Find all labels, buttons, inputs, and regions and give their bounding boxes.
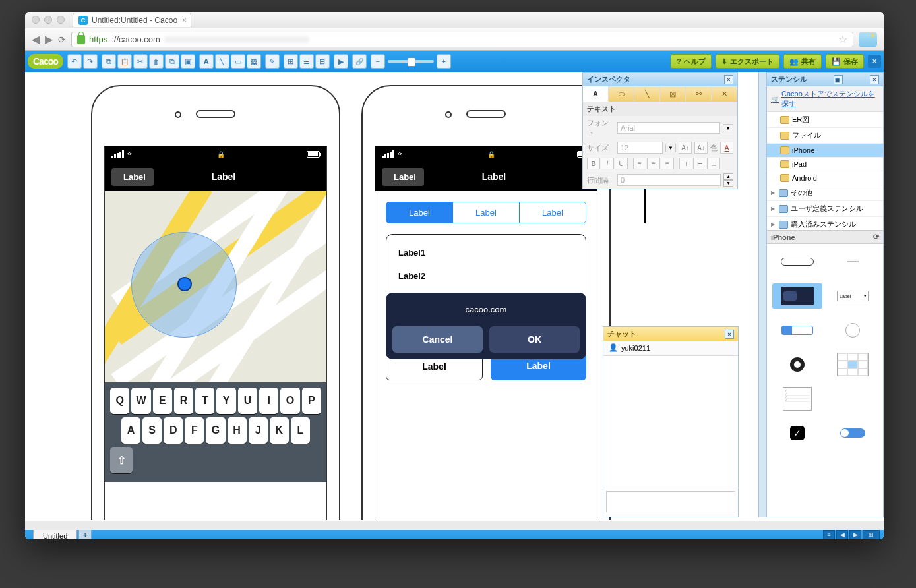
- italic-button[interactable]: I: [601, 158, 614, 169]
- keyboard-key[interactable]: Y: [216, 388, 235, 414]
- stencil-category[interactable]: ファイル: [767, 128, 883, 144]
- stencil-item-statusbar[interactable]: [772, 249, 822, 274]
- phone-mockup-map[interactable]: ᯤ Label Label: [91, 85, 340, 520]
- close-window-button[interactable]: [32, 16, 40, 24]
- bookmark-star-icon[interactable]: ☆: [838, 33, 847, 45]
- keyboard-key[interactable]: S: [142, 417, 162, 444]
- inspector-tab-text[interactable]: A: [583, 86, 609, 102]
- stencil-item-table[interactable]: [828, 352, 878, 377]
- text-tool-button[interactable]: [199, 54, 214, 69]
- inspector-tab-settings[interactable]: ✕: [712, 86, 737, 102]
- sheet-prev-button[interactable]: ◀: [836, 530, 848, 539]
- stencil-category[interactable]: iPad: [767, 158, 883, 171]
- keyboard-key[interactable]: H: [228, 417, 247, 444]
- panel-collapse-icon[interactable]: ▣: [834, 75, 843, 84]
- text-color-button[interactable]: A: [720, 142, 733, 154]
- delete-button[interactable]: [149, 54, 164, 69]
- keyboard-key[interactable]: T: [195, 388, 214, 414]
- inspector-tab-link[interactable]: ⚯: [686, 86, 712, 102]
- phone-mockup-dialog[interactable]: ᯤ Label Label Label Label Label Labe: [361, 85, 611, 520]
- font-select[interactable]: Arial: [617, 122, 720, 134]
- stencil-category[interactable]: ▶その他: [767, 185, 883, 201]
- bold-button[interactable]: B: [587, 158, 600, 169]
- expand-icon[interactable]: ▶: [771, 190, 775, 196]
- stepper-up-button[interactable]: ▲: [723, 173, 733, 180]
- align-button[interactable]: [284, 54, 298, 69]
- panel-close-icon[interactable]: ×: [725, 330, 734, 339]
- stencil-item-blank[interactable]: [828, 386, 878, 411]
- segment-tab[interactable]: Label: [519, 202, 586, 223]
- stencil-item-checklist[interactable]: [772, 386, 822, 411]
- sheet-grid-button[interactable]: ⊞: [863, 530, 880, 539]
- minimize-window-button[interactable]: [44, 16, 52, 24]
- keyboard-key[interactable]: E: [153, 388, 172, 414]
- segmented-control[interactable]: Label Label Label: [386, 202, 586, 223]
- close-app-button[interactable]: ×: [868, 55, 881, 68]
- valign-bottom-button[interactable]: ⊥: [707, 158, 720, 169]
- keyboard-key[interactable]: G: [206, 417, 225, 444]
- stencil-title-bar[interactable]: ステンシル ▣ ×: [767, 73, 883, 86]
- valign-top-button[interactable]: ⊤: [679, 158, 692, 169]
- keyboard-key[interactable]: R: [174, 388, 193, 414]
- line-tool-button[interactable]: [215, 54, 229, 69]
- segment-tab[interactable]: Label: [452, 202, 519, 223]
- arrange-button[interactable]: [299, 54, 314, 69]
- cut-button[interactable]: [133, 54, 148, 69]
- shift-key[interactable]: ⇧: [110, 447, 133, 473]
- stencil-category[interactable]: Android: [767, 171, 883, 185]
- map-view[interactable]: [105, 191, 326, 382]
- back-button[interactable]: Label: [111, 168, 154, 186]
- keyboard-key[interactable]: F: [185, 417, 204, 444]
- back-icon[interactable]: ◀: [32, 33, 40, 45]
- stencil-item-dropdown[interactable]: Label: [828, 283, 878, 309]
- sheet-tab[interactable]: Untitled: [33, 530, 77, 539]
- keyboard-key[interactable]: K: [270, 417, 289, 444]
- window-controls[interactable]: [32, 16, 65, 24]
- keyboard[interactable]: QWERTYUIOP ASDFGHJKL ⇧: [105, 382, 326, 482]
- group-button[interactable]: ▣: [181, 54, 195, 69]
- browser-tab[interactable]: C Untitled:Untitled - Cacoo ×: [73, 13, 191, 27]
- keyboard-key[interactable]: I: [259, 388, 278, 414]
- keyboard-key[interactable]: L: [291, 417, 310, 444]
- add-sheet-button[interactable]: +: [78, 530, 92, 539]
- weather-extension-icon[interactable]: [859, 32, 877, 47]
- stepper-down-button[interactable]: ▼: [723, 180, 733, 187]
- url-bar[interactable]: https ://cacoo.com ☆: [71, 32, 853, 47]
- underline-button[interactable]: U: [615, 158, 628, 169]
- keyboard-key[interactable]: U: [238, 388, 257, 414]
- zoom-out-button[interactable]: −: [371, 54, 385, 69]
- reload-icon[interactable]: ⟳: [58, 34, 66, 45]
- inspector-title-bar[interactable]: インスペクタ ×: [583, 73, 737, 86]
- save-button[interactable]: 💾保存: [826, 54, 864, 69]
- align-center-button[interactable]: ≡: [647, 158, 660, 169]
- keyboard-key[interactable]: P: [302, 388, 321, 414]
- redo-button[interactable]: [83, 54, 98, 69]
- panel-close-icon[interactable]: ×: [724, 75, 733, 84]
- forward-icon[interactable]: ▶: [45, 33, 53, 45]
- size-decrease-button[interactable]: A↓: [694, 142, 708, 154]
- canvas[interactable]: ᯤ Label Label: [25, 72, 884, 510]
- expand-icon[interactable]: ▶: [771, 221, 775, 227]
- stencil-category[interactable]: ▶購入済みステンシル: [767, 217, 883, 231]
- keyboard-key[interactable]: O: [280, 388, 299, 414]
- align-right-button[interactable]: ≡: [661, 158, 674, 169]
- size-increase-button[interactable]: A↑: [679, 142, 692, 154]
- copy-button[interactable]: [102, 54, 116, 69]
- zoom-in-button[interactable]: +: [437, 54, 451, 69]
- line-spacing-input[interactable]: 0: [617, 174, 721, 186]
- sheet-menu-button[interactable]: ≡: [823, 530, 835, 539]
- back-button[interactable]: Label: [382, 168, 424, 186]
- refresh-icon[interactable]: ⟳: [873, 233, 879, 241]
- stencil-store-link[interactable]: Cacooストアでステンシルを探す: [767, 86, 883, 112]
- keyboard-key[interactable]: D: [164, 417, 183, 444]
- panel-close-icon[interactable]: ×: [870, 75, 879, 84]
- freehand-button[interactable]: [265, 54, 280, 69]
- size-input[interactable]: 12: [617, 142, 663, 154]
- image-tool-button[interactable]: [247, 54, 261, 69]
- valign-middle-button[interactable]: ⊢: [693, 158, 706, 169]
- list-item[interactable]: Label2: [386, 264, 586, 287]
- stencil-item-donut[interactable]: [772, 352, 822, 377]
- duplicate-button[interactable]: ⧉: [165, 54, 179, 69]
- zoom-slider[interactable]: [388, 60, 434, 63]
- chat-input[interactable]: [606, 491, 735, 512]
